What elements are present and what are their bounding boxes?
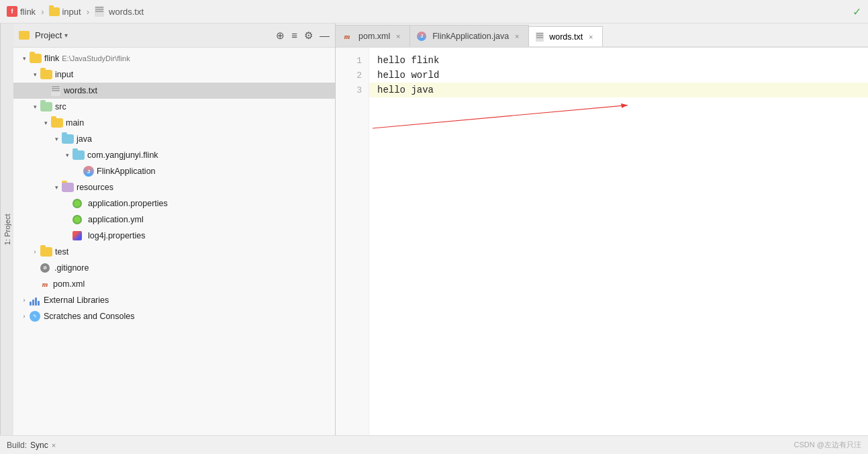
tree-label-com: com.yangjunyi.flink bbox=[87, 150, 158, 160]
tree-item-ext-libs[interactable]: External Libraries bbox=[13, 292, 335, 308]
flink-logo-icon: f bbox=[7, 6, 17, 17]
tree-item-gitignore[interactable]: ⊘ .gitignore bbox=[13, 260, 335, 276]
tab-flink-java[interactable]: J FlinkApplication.java × bbox=[410, 25, 529, 46]
tree-item-flink[interactable]: flink E:\JavaStudyDir\flink bbox=[13, 50, 335, 66]
project-toolbar: Project ▾ ⊕ ≡ ⚙ — bbox=[13, 24, 335, 48]
tree-item-input[interactable]: input bbox=[13, 66, 335, 83]
expand-arrow-src[interactable] bbox=[30, 103, 40, 110]
tab-words-txt[interactable]: words.txt × bbox=[529, 26, 603, 48]
folder-icon-src bbox=[40, 102, 52, 111]
tree-label-main: main bbox=[66, 118, 84, 128]
tree-label-test: test bbox=[55, 247, 68, 257]
file-icon bbox=[95, 6, 104, 17]
code-line-1: hello flink bbox=[369, 53, 868, 68]
expand-arrow-java[interactable] bbox=[51, 136, 62, 142]
breadcrumb-file-label: words.txt bbox=[109, 7, 144, 17]
spring-icon-app-props bbox=[73, 199, 82, 208]
tab-pom-xml[interactable]: m pom.xml × bbox=[336, 25, 410, 46]
breadcrumb-input[interactable]: input bbox=[49, 7, 81, 17]
tree-item-com-package[interactable]: com.yangjunyi.flink bbox=[13, 147, 335, 163]
expand-arrow-com[interactable] bbox=[62, 152, 73, 158]
breadcrumb-input-label: input bbox=[62, 7, 81, 17]
spring-icon-app-yml bbox=[73, 215, 82, 224]
gitignore-icon: ⊘ bbox=[40, 263, 50, 273]
tab-label-pom: pom.xml bbox=[358, 32, 390, 41]
tab-label-words: words.txt bbox=[549, 32, 583, 42]
expand-arrow-input[interactable] bbox=[30, 71, 40, 78]
code-area[interactable]: hello flink hello world hello java bbox=[369, 48, 868, 435]
folder-icon-resources bbox=[62, 183, 74, 192]
add-icon[interactable]: ⊕ bbox=[276, 30, 285, 42]
tab-close-flink[interactable]: × bbox=[512, 32, 522, 41]
expand-arrow-ext[interactable] bbox=[19, 297, 30, 304]
tree-item-app-yml[interactable]: application.yml bbox=[13, 212, 335, 228]
status-sync: Build: Sync × bbox=[7, 441, 56, 450]
panel-label[interactable]: 1: Project bbox=[0, 24, 13, 435]
folder-icon-test bbox=[40, 247, 52, 257]
tree-label-app-props: application.properties bbox=[88, 199, 168, 208]
tree-item-app-properties[interactable]: application.properties bbox=[13, 195, 335, 212]
project-title: Project ▾ bbox=[19, 30, 68, 40]
breadcrumb-file[interactable]: words.txt bbox=[95, 6, 144, 17]
tree-item-log4j[interactable]: log4j.properties bbox=[13, 228, 335, 244]
build-label: Build: bbox=[7, 441, 27, 450]
toolbar-icons: ⊕ ≡ ⚙ — bbox=[276, 30, 330, 42]
expand-arrow-resources[interactable] bbox=[51, 184, 62, 191]
tree-label-java: java bbox=[77, 134, 92, 144]
status-close-icon[interactable]: × bbox=[52, 441, 56, 449]
chevron-down-icon[interactable]: ▾ bbox=[64, 32, 68, 39]
tree-item-src[interactable]: src bbox=[13, 99, 335, 115]
tree-item-main[interactable]: main bbox=[13, 115, 335, 131]
editor-wrapper: 1 2 3 hello flink hello world hello java bbox=[336, 48, 868, 435]
code-line-3: hello java bbox=[369, 83, 868, 97]
sync-button[interactable]: Sync bbox=[30, 441, 48, 450]
tab-bar: m pom.xml × J FlinkApplication.java × wo… bbox=[336, 24, 868, 48]
expand-arrow-scratches[interactable] bbox=[19, 313, 30, 320]
txt-icon-tab bbox=[536, 32, 544, 42]
tree-label-pom: pom.xml bbox=[53, 279, 85, 289]
tree-label-gitignore: .gitignore bbox=[54, 263, 89, 273]
tree-item-flink-app[interactable]: J FlinkApplication bbox=[13, 163, 335, 179]
expand-arrow-main[interactable] bbox=[40, 120, 51, 126]
line-num-1: 1 bbox=[336, 53, 369, 68]
main-area: 1: Project Project ▾ ⊕ ≡ ⚙ — flink bbox=[0, 24, 868, 435]
expand-arrow-flink[interactable] bbox=[19, 55, 30, 62]
tab-close-words[interactable]: × bbox=[586, 32, 595, 42]
breadcrumb-sep-2: › bbox=[87, 7, 89, 17]
folder-icon bbox=[49, 7, 60, 16]
maven-icon-tab: m bbox=[342, 32, 352, 41]
tree-label-flinkapp: FlinkApplication bbox=[97, 167, 156, 176]
minimize-icon[interactable]: — bbox=[320, 30, 330, 41]
tree-item-test[interactable]: test bbox=[13, 244, 335, 260]
project-panel: Project ▾ ⊕ ≡ ⚙ — flink E:\JavaStudyDir\… bbox=[13, 24, 336, 435]
tree-item-words-txt[interactable]: words.txt bbox=[13, 83, 335, 99]
settings-icon[interactable]: ⚙ bbox=[304, 30, 313, 42]
tree-path-flink: E:\JavaStudyDir\flink bbox=[62, 54, 130, 62]
line-num-2: 2 bbox=[336, 68, 369, 83]
breadcrumb-sep-1: › bbox=[41, 7, 44, 17]
scratches-icon: ✎ bbox=[30, 311, 40, 322]
file-tree: flink E:\JavaStudyDir\flink input words.… bbox=[13, 48, 335, 435]
expand-arrow-test[interactable] bbox=[30, 248, 40, 255]
tree-label-scratches: Scratches and Consoles bbox=[44, 312, 135, 321]
folder-icon-com bbox=[73, 150, 85, 160]
tree-item-scratches[interactable]: ✎ Scratches and Consoles bbox=[13, 308, 335, 324]
tab-close-pom[interactable]: × bbox=[393, 32, 403, 41]
tree-item-java[interactable]: java bbox=[13, 131, 335, 147]
tree-label-log4j: log4j.properties bbox=[88, 231, 145, 240]
tree-item-pom-xml[interactable]: m pom.xml bbox=[13, 276, 335, 292]
tree-item-resources[interactable]: resources bbox=[13, 179, 335, 195]
editor-content: 1 2 3 hello flink hello world hello java bbox=[336, 48, 868, 435]
tree-label-src: src bbox=[55, 102, 66, 111]
collapse-icon[interactable]: ≡ bbox=[291, 30, 297, 41]
java-icon-tab: J bbox=[417, 32, 426, 41]
editor-area: m pom.xml × J FlinkApplication.java × wo… bbox=[336, 24, 868, 435]
folder-icon-main bbox=[51, 118, 63, 128]
checkmark-icon: ✓ bbox=[853, 5, 861, 18]
tree-label-input: input bbox=[55, 70, 73, 79]
line-numbers: 1 2 3 bbox=[336, 48, 369, 435]
java-icon-flinkapp: J bbox=[83, 166, 94, 177]
line-num-3: 3 bbox=[336, 83, 369, 97]
code-line-2: hello world bbox=[369, 68, 868, 83]
csdn-watermark: CSDN @左边有只汪 bbox=[794, 440, 861, 450]
